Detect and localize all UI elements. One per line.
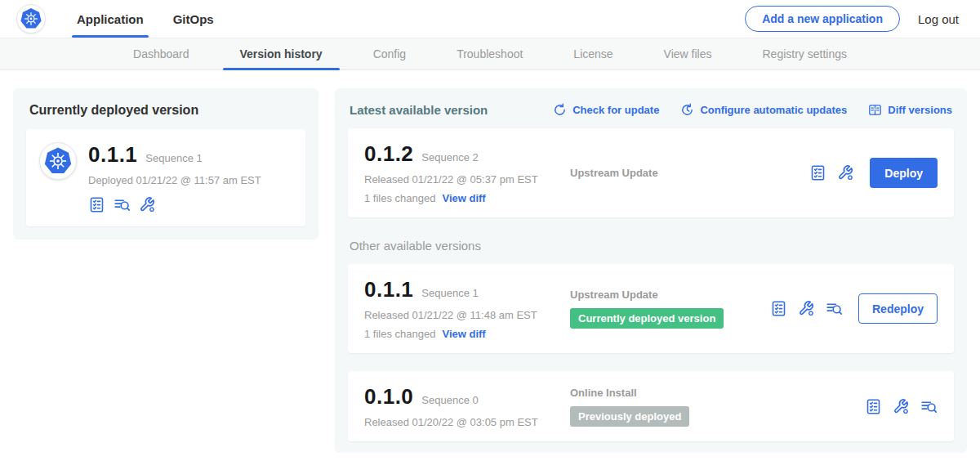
- version-actions-right: Deploy: [809, 158, 938, 188]
- preflight-icon[interactable]: [770, 300, 787, 317]
- tab-application[interactable]: Application: [62, 0, 158, 38]
- add-application-button[interactable]: Add a new application: [745, 6, 900, 32]
- app-subnav: Dashboard Version history Config Trouble…: [0, 38, 980, 70]
- version-sequence: Sequence 0: [421, 394, 478, 406]
- view-diff-link[interactable]: View diff: [442, 192, 485, 204]
- version-info: 0.1.0 Sequence 0 Released 01/20/22 @ 03:…: [364, 384, 570, 428]
- version-actions: Check for update Configure automatic upd…: [553, 103, 952, 117]
- source-label: Upstream Update: [570, 167, 658, 179]
- versions-panel: Latest available version Check for updat…: [335, 88, 967, 453]
- app-kubernetes-icon: [39, 142, 77, 180]
- version-sequence: Sequence 1: [421, 287, 478, 299]
- version-number: 0.1.1: [364, 277, 413, 302]
- subnav-tab-config[interactable]: Config: [348, 38, 431, 69]
- version-sequence: Sequence 2: [421, 151, 478, 163]
- status-badge-currently-deployed: Currently deployed version: [570, 308, 724, 329]
- latest-version-title: Latest available version: [350, 103, 488, 117]
- version-card-0-1-2: 0.1.2 Sequence 2 Released 01/21/22 @ 05:…: [348, 128, 954, 217]
- config-icon[interactable]: [893, 398, 910, 415]
- deploy-logs-icon[interactable]: [920, 398, 938, 415]
- deployed-version-card: 0.1.1 Sequence 1 Deployed 01/21/22 @ 11:…: [26, 129, 305, 226]
- subnav-tab-registry-settings[interactable]: Registry settings: [737, 38, 872, 69]
- check-for-update-label: Check for update: [572, 104, 659, 116]
- subnav-label: Dashboard: [133, 47, 189, 60]
- version-released: Released 01/20/22 @ 03:05 pm EST: [364, 416, 570, 428]
- subnav-label: Registry settings: [763, 47, 847, 60]
- subnav-tab-view-files[interactable]: View files: [639, 38, 737, 69]
- tab-gitops-label: GitOps: [173, 12, 214, 26]
- other-versions-title: Other available versions: [350, 239, 952, 253]
- redeploy-button[interactable]: Redeploy: [858, 293, 938, 324]
- source-label: Online Install: [570, 387, 637, 399]
- deploy-logs-icon[interactable]: [114, 196, 131, 213]
- config-icon[interactable]: [139, 196, 156, 213]
- deployed-version-info: 0.1.1 Sequence 1 Deployed 01/21/22 @ 11:…: [88, 142, 261, 213]
- deployed-timestamp: Deployed 01/21/22 @ 11:57 am EST: [88, 174, 261, 186]
- configure-updates-link[interactable]: Configure automatic updates: [680, 103, 847, 117]
- header-right: Add a new application Log out: [745, 0, 980, 38]
- version-actions-right: [865, 398, 938, 415]
- version-info: 0.1.1 Sequence 1 Released 01/21/22 @ 11:…: [364, 277, 570, 340]
- diff-icon: [868, 103, 882, 117]
- version-info: 0.1.2 Sequence 2 Released 01/21/22 @ 05:…: [364, 141, 570, 204]
- app-logo: [0, 0, 62, 38]
- diff-versions-label: Diff versions: [888, 104, 952, 116]
- subnav-label: Troubleshoot: [457, 47, 523, 60]
- version-card-0-1-1: 0.1.1 Sequence 1 Released 01/21/22 @ 11:…: [348, 264, 954, 353]
- subnav-label: Config: [373, 47, 406, 60]
- version-source: Upstream Update: [570, 167, 809, 179]
- view-diff-link[interactable]: View diff: [442, 328, 485, 340]
- top-header: Application GitOps Add a new application…: [0, 0, 980, 38]
- subnav-label: View files: [664, 47, 712, 60]
- subnav-tab-troubleshoot[interactable]: Troubleshoot: [431, 38, 548, 69]
- schedule-icon: [680, 103, 694, 117]
- header-tabs: Application GitOps: [62, 0, 229, 38]
- preflight-icon[interactable]: [809, 164, 826, 181]
- config-icon[interactable]: [837, 164, 854, 181]
- preflight-icon[interactable]: [865, 398, 882, 415]
- config-icon[interactable]: [798, 300, 815, 317]
- version-number: 0.1.2: [364, 141, 413, 167]
- version-released: Released 01/21/22 @ 11:48 am EST: [364, 309, 570, 321]
- files-changed: 1 files changed: [364, 328, 435, 340]
- subnav-tab-version-history[interactable]: Version history: [215, 38, 348, 69]
- currently-deployed-panel: Currently deployed version 0.1.1 Sequenc…: [13, 88, 318, 239]
- version-source: Upstream Update Currently deployed versi…: [570, 289, 770, 329]
- version-actions-right: Redeploy: [770, 293, 938, 324]
- preflight-icon[interactable]: [88, 196, 105, 213]
- deploy-logs-icon[interactable]: [826, 300, 843, 317]
- deployed-panel-title: Currently deployed version: [29, 103, 305, 118]
- tab-application-label: Application: [77, 12, 144, 26]
- main-content: Currently deployed version 0.1.1 Sequenc…: [0, 70, 980, 453]
- version-released: Released 01/21/22 @ 05:37 pm EST: [364, 173, 570, 186]
- subnav-tab-dashboard[interactable]: Dashboard: [108, 38, 215, 69]
- subnav-label: License: [573, 47, 612, 60]
- subnav-tab-license[interactable]: License: [548, 38, 638, 69]
- deployed-sequence: Sequence 1: [145, 152, 202, 164]
- version-card-0-1-0: 0.1.0 Sequence 0 Released 01/20/22 @ 03:…: [348, 371, 954, 441]
- tab-gitops[interactable]: GitOps: [158, 0, 229, 38]
- subnav-label: Version history: [240, 47, 323, 60]
- version-number: 0.1.0: [364, 384, 413, 410]
- refresh-icon: [553, 103, 567, 117]
- files-changed: 1 files changed: [364, 192, 435, 204]
- deploy-button[interactable]: Deploy: [870, 158, 938, 188]
- logout-button[interactable]: Log out: [918, 12, 959, 26]
- versions-panel-header: Latest available version Check for updat…: [350, 103, 952, 117]
- source-label: Upstream Update: [570, 289, 658, 301]
- configure-updates-label: Configure automatic updates: [700, 104, 847, 116]
- deployed-version-number: 0.1.1: [88, 142, 137, 168]
- status-badge-previously-deployed: Previously deployed: [570, 406, 689, 427]
- version-source: Online Install Previously deployed: [570, 387, 865, 427]
- kubernetes-logo-icon: [16, 4, 46, 34]
- check-for-update-link[interactable]: Check for update: [553, 103, 659, 117]
- diff-versions-link[interactable]: Diff versions: [868, 103, 952, 117]
